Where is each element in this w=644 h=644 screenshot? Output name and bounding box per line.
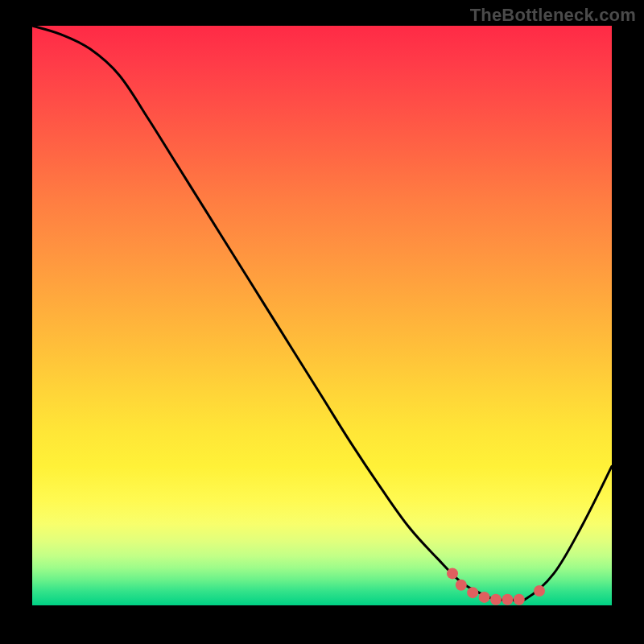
chart-marker (490, 594, 502, 605)
chart-marker (479, 592, 490, 603)
chart-marker (456, 580, 467, 591)
chart-marker (534, 585, 545, 597)
chart-markers (447, 568, 545, 605)
chart-marker (502, 594, 513, 605)
chart-marker (467, 587, 478, 598)
chart-marker (514, 594, 525, 605)
chart-marker (447, 568, 458, 579)
chart-svg (32, 26, 612, 605)
chart-plot-area (32, 26, 612, 605)
watermark-text: TheBottleneck.com (470, 5, 636, 26)
chart-curve (32, 26, 612, 601)
